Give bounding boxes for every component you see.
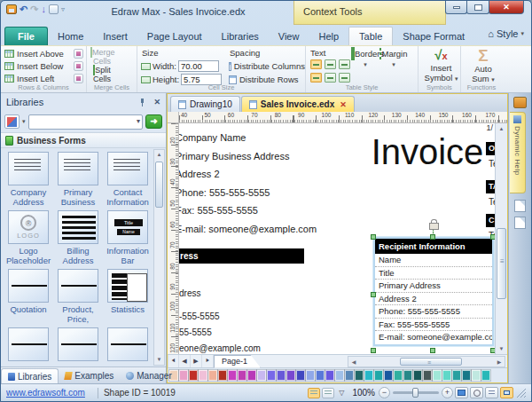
style-button[interactable]: ⌂ Style ▾ (488, 28, 524, 39)
insert-below-button[interactable]: Insert Below (4, 60, 86, 72)
color-swatch[interactable] (413, 370, 422, 381)
text-align-middle-icon[interactable] (325, 73, 336, 83)
color-swatch[interactable] (296, 370, 305, 381)
zoom-magnifier-button[interactable] (470, 387, 483, 398)
color-swatch[interactable] (218, 370, 227, 381)
recipient-table-row[interactable]: Address 2 (375, 293, 492, 306)
recipient-table-row[interactable]: Primary Address (375, 280, 492, 293)
color-swatch[interactable] (257, 370, 266, 381)
color-swatch[interactable] (325, 370, 334, 381)
normal-view-button[interactable] (308, 388, 320, 398)
funnel-icon[interactable]: ▽ (339, 389, 344, 397)
scrollbar-thumb[interactable] (400, 358, 462, 366)
shape-billing-address[interactable]: Billing Address (53, 210, 103, 269)
color-swatch[interactable] (394, 370, 403, 381)
text-align-center-icon[interactable] (325, 59, 336, 69)
redo-icon[interactable]: ↷ (30, 4, 38, 14)
section-business-forms[interactable]: Business Forms (1, 132, 166, 148)
color-swatch[interactable] (267, 370, 276, 381)
zoom-in-button[interactable]: + (442, 387, 453, 398)
shape-contact-information[interactable]: Contact Information (103, 152, 153, 210)
company-info-block[interactable]: Company NamePrimary Business AddressAddr… (179, 129, 317, 238)
insert-shape-icon[interactable]: ↓ (41, 4, 46, 14)
tab-libraries[interactable]: Libraries (212, 28, 269, 45)
shape-thumbnail[interactable] (107, 269, 148, 303)
fit-to-window-button[interactable] (455, 387, 468, 398)
shape-thumbnail[interactable] (8, 269, 49, 303)
color-swatch[interactable] (306, 370, 315, 381)
zoom-slider[interactable] (393, 391, 439, 394)
color-swatch[interactable] (481, 370, 490, 381)
shape-logo-placeholder[interactable]: ® LOGO Logo Placeholder (4, 210, 53, 269)
pin-icon[interactable] (138, 99, 146, 106)
tab-libraries-bottom[interactable]: Libraries (1, 368, 59, 383)
color-swatch[interactable] (179, 370, 188, 381)
last-page-button[interactable]: ⯈ (202, 355, 214, 367)
shape-thumbnail[interactable]: ® LOGO (8, 210, 49, 244)
color-swatch[interactable] (208, 370, 217, 381)
tab-table[interactable]: Table (348, 27, 393, 45)
color-swatch[interactable] (345, 370, 354, 381)
library-picker-icon[interactable] (4, 114, 20, 129)
insert-right-icon[interactable] (74, 49, 83, 59)
shape-item-partial[interactable] (4, 327, 53, 367)
tab-page-layout[interactable]: Page Layout (137, 28, 212, 45)
library-panel-icon[interactable] (513, 97, 527, 108)
text-align-right-icon[interactable] (339, 59, 350, 69)
selection-handle[interactable] (430, 348, 435, 353)
vertical-scrollbar[interactable]: ▲ ▼ (495, 123, 507, 354)
scroll-up-icon[interactable]: ▲ (154, 150, 164, 160)
shape-primary-business[interactable]: Primary Business (53, 152, 103, 210)
scrollbar-thumb[interactable] (155, 162, 163, 208)
tab-home[interactable]: Home (48, 28, 93, 45)
color-swatch[interactable] (355, 370, 364, 381)
zoom-out-button[interactable]: − (379, 387, 390, 398)
zoom-slider-thumb[interactable] (412, 388, 419, 398)
library-search-combobox[interactable] (28, 114, 143, 130)
cut-shape-1[interactable]: O Te (486, 142, 495, 169)
shape-statistics[interactable]: Statistics (103, 269, 153, 327)
scrollbar-thumb[interactable] (497, 228, 506, 299)
tab-examples[interactable]: Examples (59, 367, 120, 383)
print-preview-icon[interactable] (49, 4, 59, 14)
shape-company-address[interactable]: Company Address (4, 152, 53, 210)
color-swatch[interactable] (403, 370, 412, 381)
recipient-table-row[interactable]: Fax: 555-555-5555 (375, 319, 492, 332)
recipient-table-row[interactable]: Name (375, 254, 492, 267)
color-swatch[interactable] (452, 370, 461, 381)
maximize-button[interactable] (466, 1, 489, 14)
page-tab[interactable]: Page-1 (214, 355, 261, 368)
split-cells-button[interactable]: Split Cells (90, 66, 113, 83)
scroll-down-icon[interactable]: ▼ (496, 343, 507, 354)
next-page-button[interactable]: ▶ (191, 355, 202, 367)
shape-thumbnail[interactable] (58, 327, 98, 361)
color-swatch[interactable] (364, 370, 373, 381)
width-field[interactable]: 70.00 (178, 60, 219, 72)
delete-row-icon[interactable] (74, 61, 83, 71)
shape-information-bar[interactable]: Title Name Information Bar (103, 210, 153, 269)
delete-column-icon[interactable] (74, 74, 83, 83)
text-align-bottom-icon[interactable] (339, 73, 350, 83)
outline-view-button[interactable] (485, 387, 498, 398)
first-page-button[interactable]: ⯇ (168, 355, 179, 367)
color-swatch[interactable] (374, 370, 383, 381)
color-swatch[interactable] (189, 370, 198, 381)
color-swatch[interactable] (316, 370, 325, 381)
horizontal-scrollbar[interactable]: ◀ ▶ (348, 356, 505, 367)
page-canvas[interactable]: Company NamePrimary Business AddressAddr… (179, 123, 495, 354)
page-view-button[interactable] (322, 388, 334, 398)
doc-tab-drawing10[interactable]: Drawing10 (170, 96, 240, 112)
color-swatch[interactable] (462, 370, 471, 381)
shape-thumbnail[interactable] (107, 152, 148, 185)
partial-table-header[interactable]: ress (179, 248, 304, 264)
library-scrollbar[interactable]: ▲ ▼ (153, 149, 165, 366)
color-swatch[interactable] (384, 370, 393, 381)
undo-icon[interactable]: ↶ (20, 4, 27, 14)
panel-close-icon[interactable]: ✕ (153, 98, 160, 106)
tab-insert[interactable]: Insert (93, 28, 137, 45)
dynamic-help-tab[interactable]: Dynamic Help (510, 112, 526, 193)
tab-help[interactable]: Help (309, 28, 348, 45)
color-swatch[interactable] (228, 370, 237, 381)
shape-thumbnail[interactable] (8, 152, 49, 185)
shape-thumbnail[interactable]: Title Name (107, 210, 148, 244)
